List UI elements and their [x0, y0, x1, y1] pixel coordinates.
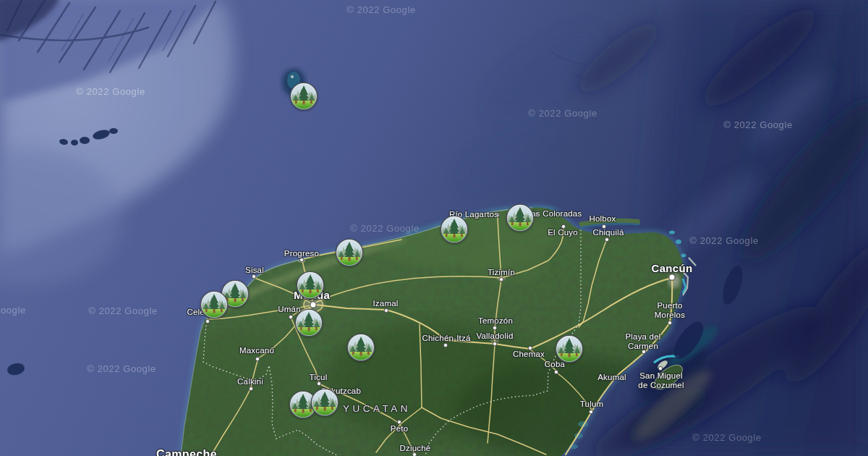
satellite-terrain	[0, 0, 868, 456]
map-canvas: © 2022 Google© 2022 Google© 2022 Google©…	[0, 0, 868, 456]
